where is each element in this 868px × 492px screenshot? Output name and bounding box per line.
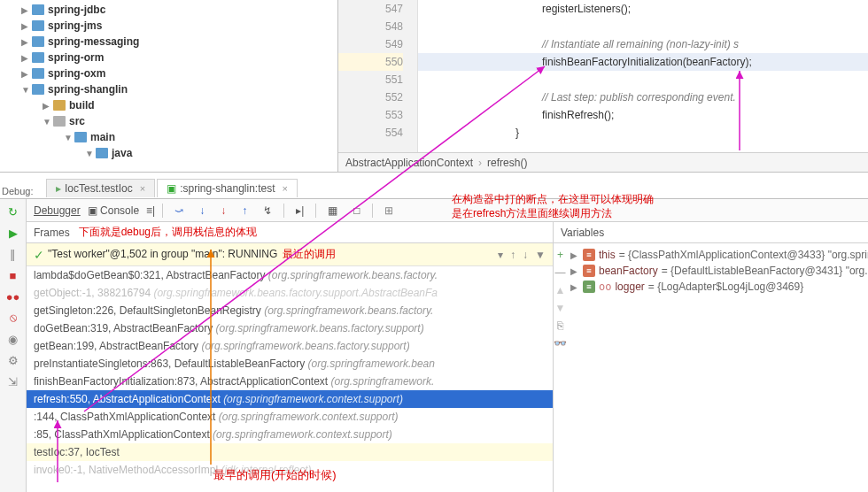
stop-icon[interactable]: ■ bbox=[6, 268, 20, 282]
prev-frame-icon[interactable]: ↑ bbox=[510, 249, 515, 261]
stack-frame[interactable]: getObject:-1, 388216794 (org.springframe… bbox=[27, 284, 553, 302]
copy-icon[interactable]: ⎘ bbox=[557, 319, 563, 332]
expand-icon[interactable]: ▶ bbox=[570, 250, 579, 260]
chevron-down-icon[interactable]: ▾ bbox=[498, 249, 503, 261]
filter-icon[interactable]: ▼ bbox=[535, 249, 546, 261]
run-to-cursor-icon[interactable]: ▸| bbox=[291, 202, 308, 219]
tab-console[interactable]: ▣ Console bbox=[88, 204, 139, 217]
tab-output-icon[interactable]: ≡| bbox=[146, 204, 155, 217]
stack-frame[interactable]: refresh:550, AbstractApplicationContext … bbox=[27, 390, 553, 408]
next-frame-icon[interactable]: ↓ bbox=[523, 249, 528, 261]
tree-arrow-icon[interactable]: ▶ bbox=[43, 101, 53, 111]
code-editor[interactable]: 547548549550551552553554 registerListene… bbox=[338, 0, 868, 172]
debugger-toolbar: Debugger ▣ Console ≡| ⤻ ↓ ↓ ↑ ↯ ▸| ▦ □ ⊞ bbox=[27, 199, 868, 222]
layout-icon[interactable]: ⊞ bbox=[380, 202, 398, 219]
folder-icon bbox=[74, 132, 87, 142]
tree-item[interactable]: ▼spring-shanglin bbox=[0, 81, 337, 97]
folder-icon bbox=[32, 84, 44, 95]
pause-icon[interactable]: ‖ bbox=[6, 247, 20, 261]
evaluate-expr-icon[interactable]: □ bbox=[349, 202, 364, 219]
tree-item[interactable]: ▼java bbox=[0, 145, 337, 161]
var-type-icon: ≡ bbox=[583, 249, 595, 261]
step-over-icon[interactable]: ⤻ bbox=[170, 202, 188, 219]
expand-icon[interactable]: ▶ bbox=[570, 282, 579, 292]
stack-frame[interactable]: :144, ClassPathXmlApplicationContext (or… bbox=[27, 408, 553, 426]
stack-frame[interactable]: finishBeanFactoryInitialization:873, Abs… bbox=[27, 373, 553, 390]
tab-debugger[interactable]: Debugger bbox=[34, 204, 81, 217]
evaluate-icon[interactable]: ▦ bbox=[323, 202, 342, 219]
folder-icon bbox=[32, 4, 44, 15]
step-out-icon[interactable]: ↑ bbox=[237, 202, 252, 219]
tree-item[interactable]: ▶spring-jms bbox=[0, 18, 337, 34]
breadcrumb-class[interactable]: AbstractApplicationContext bbox=[345, 157, 473, 169]
breadcrumb-separator: › bbox=[478, 157, 482, 169]
tree-item[interactable]: ▶spring-orm bbox=[0, 50, 337, 65]
down-icon[interactable]: ▼ bbox=[555, 302, 566, 314]
annotation-earliest: 最早的调用(开始的时候) bbox=[213, 467, 337, 483]
stack-frame[interactable]: :85, ClassPathXmlApplicationContext (org… bbox=[27, 426, 553, 443]
gear-icon[interactable]: ⚙ bbox=[6, 353, 20, 367]
tree-arrow-icon[interactable]: ▶ bbox=[21, 53, 32, 63]
variable-row[interactable]: ▶≡this = {ClassPathXmlApplicationContext… bbox=[570, 247, 868, 263]
variable-row[interactable]: ▶≡beanFactory = {DefaultListableBeanFact… bbox=[570, 263, 868, 279]
rerun-icon[interactable]: ↻ bbox=[6, 204, 20, 219]
debug-left-toolbar: ↻ ▶ ‖ ■ ●● ⦸ ◉ ⚙ ⇲ bbox=[0, 199, 27, 492]
stack-frames-list[interactable]: lambda$doGetBean$0:321, AbstractBeanFact… bbox=[27, 266, 553, 492]
var-type-icon: ≡ bbox=[583, 281, 595, 293]
tree-item[interactable]: ▶spring-jdbc bbox=[0, 2, 337, 18]
close-icon[interactable]: × bbox=[283, 183, 288, 194]
debug-tab-ioctest[interactable]: ▸ IocTest.testIoc × bbox=[46, 179, 155, 197]
pin-icon[interactable]: ⇲ bbox=[6, 374, 20, 388]
mute-breakpoints-icon[interactable]: ⦸ bbox=[6, 311, 20, 325]
tree-arrow-icon[interactable]: ▼ bbox=[43, 117, 53, 127]
tree-arrow-icon[interactable]: ▶ bbox=[21, 69, 32, 79]
folder-icon bbox=[53, 100, 66, 111]
glasses-icon[interactable]: 👓 bbox=[554, 337, 567, 350]
tree-arrow-icon[interactable]: ▼ bbox=[85, 149, 96, 158]
stack-frame[interactable]: preInstantiateSingletons:863, DefaultLis… bbox=[27, 355, 553, 373]
force-step-into-icon[interactable]: ↓ bbox=[216, 202, 230, 219]
stack-frame[interactable]: getBean:199, AbstractBeanFactory (org.sp… bbox=[27, 337, 553, 355]
up-icon[interactable]: ▲ bbox=[555, 284, 566, 296]
drop-frame-icon[interactable]: ↯ bbox=[259, 202, 276, 219]
expand-icon[interactable]: ▶ bbox=[570, 266, 579, 276]
thread-selector[interactable]: ✓ "Test worker"@1,502 in group "main": R… bbox=[27, 243, 553, 266]
folder-icon bbox=[32, 68, 44, 79]
tree-arrow-icon[interactable]: ▼ bbox=[21, 85, 32, 95]
tree-item[interactable]: ▼src bbox=[0, 113, 337, 129]
stack-frame[interactable]: getSingleton:226, DefaultSingletonBeanRe… bbox=[27, 302, 553, 319]
variables-header: Variables bbox=[554, 222, 868, 243]
variable-row[interactable]: ▶≡oo logger = {LogAdapter$Log4jLog@3469} bbox=[570, 279, 868, 295]
tree-arrow-icon[interactable]: ▶ bbox=[21, 37, 32, 47]
var-type-icon: ≡ bbox=[583, 265, 595, 277]
tree-arrow-icon[interactable]: ▶ bbox=[21, 5, 32, 15]
close-icon[interactable]: × bbox=[140, 183, 145, 194]
stack-frame[interactable]: doGetBean:319, AbstractBeanFactory (org.… bbox=[27, 319, 553, 337]
project-tree[interactable]: ▶spring-jdbc▶spring-jms▶spring-messaging… bbox=[0, 0, 338, 172]
tree-item[interactable]: ▶build bbox=[0, 97, 337, 113]
folder-icon bbox=[32, 52, 44, 63]
tree-item[interactable]: ▶spring-messaging bbox=[0, 34, 337, 50]
tree-item[interactable]: ▼main bbox=[0, 129, 337, 145]
breakpoint-icon[interactable]: ●● bbox=[6, 289, 20, 304]
breadcrumb-method[interactable]: refresh() bbox=[487, 157, 527, 169]
remove-watch-icon[interactable]: — bbox=[555, 266, 566, 279]
camera-icon[interactable]: ◉ bbox=[6, 332, 20, 346]
stack-frame[interactable]: lambda$doGetBean$0:321, AbstractBeanFact… bbox=[27, 266, 553, 284]
variables-list[interactable]: ▶≡this = {ClassPathXmlApplicationContext… bbox=[567, 243, 868, 492]
resume-icon[interactable]: ▶ bbox=[6, 226, 20, 240]
debug-label: Debug: bbox=[2, 186, 33, 196]
tree-arrow-icon[interactable]: ▼ bbox=[64, 133, 74, 142]
breadcrumb[interactable]: AbstractApplicationContext › refresh() bbox=[338, 152, 868, 172]
add-watch-icon[interactable]: + bbox=[557, 249, 563, 261]
stack-frame[interactable]: testIoc:37, IocTest bbox=[27, 443, 553, 461]
step-into-icon[interactable]: ↓ bbox=[195, 202, 209, 219]
annotation-frames: 下面就是debug后，调用栈信息的体现 bbox=[79, 225, 257, 240]
folder-icon bbox=[32, 36, 44, 47]
debug-tab-spring-shanglin[interactable]: ▣ :spring-shanglin:test × bbox=[157, 179, 298, 197]
frames-header: Frames 下面就是debug后，调用栈信息的体现 bbox=[27, 222, 553, 243]
tree-arrow-icon[interactable]: ▶ bbox=[21, 21, 32, 31]
folder-icon bbox=[53, 116, 66, 127]
tree-item[interactable]: ▶spring-oxm bbox=[0, 65, 337, 81]
folder-icon bbox=[96, 148, 108, 158]
